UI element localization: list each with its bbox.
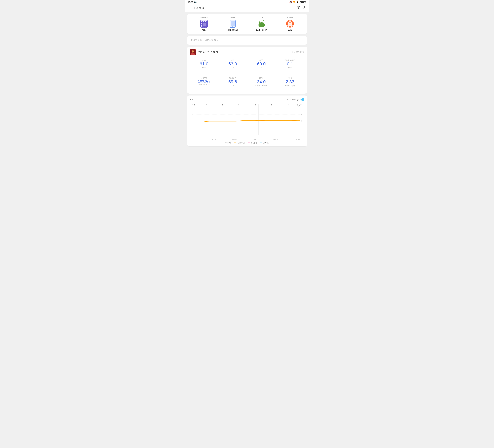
chart-legend: FPS TEMP(°C) CPU(%) GPU(%) (190, 142, 304, 144)
legend-label-temp: TEMP(°C) (237, 142, 245, 144)
svg-point-44 (206, 104, 207, 106)
chart-container: 60 30 0 45 40 35 (190, 102, 304, 137)
stat-unit-avg: FPS (259, 67, 263, 69)
status-time: 19:20 (188, 1, 193, 3)
svg-rect-29 (262, 27, 263, 27)
download-button[interactable] (303, 6, 306, 10)
note-placeholder: 未设置备注，点击此处输入 (190, 39, 219, 41)
camera-icon: 📷 (194, 1, 197, 3)
stat-5pct-low: 5% Low 59.6 FPS (218, 76, 247, 88)
stat-value-min: 53.0 (228, 61, 237, 67)
note-card[interactable]: 未设置备注，点击此处输入 (187, 36, 307, 45)
session-card: 2025-02-20 18:51:57 view:978×2118 MAX 61… (187, 47, 307, 94)
svg-point-46 (238, 104, 239, 106)
platform-label-model: Model (230, 16, 235, 19)
svg-point-43 (194, 104, 195, 106)
top-nav: ← 王者荣耀 (185, 4, 309, 12)
stat-label-avg: AVG (259, 59, 263, 61)
platform-value-platform: SUN (202, 29, 206, 32)
svg-point-33 (192, 50, 194, 53)
svg-point-50 (297, 104, 298, 106)
battery-indicator: 89 (300, 1, 306, 3)
svg-rect-27 (264, 24, 265, 26)
svg-rect-4 (206, 21, 207, 22)
page-title: 王者荣耀 (193, 6, 204, 10)
stat-unit-min: FPS (231, 67, 234, 69)
platform-value-profile: ### (288, 29, 292, 32)
svg-text:40: 40 (300, 114, 302, 115)
platform-label-os: OS (260, 16, 263, 19)
svg-point-31 (289, 23, 291, 25)
chart-card: FPS Temperature(°C) (187, 96, 307, 146)
platform-card: Platform (187, 14, 307, 34)
svg-marker-0 (297, 6, 299, 9)
svg-rect-17 (231, 21, 235, 26)
platform-item-profile: Profile ### (276, 16, 304, 32)
stat-variance-fps: VARIANCE 0.1 FPS (276, 58, 304, 70)
stat-label-min: MIN (231, 59, 235, 61)
stat-value-avg-power: 2.33 (286, 79, 295, 85)
platform-label-profile: Profile (287, 16, 293, 19)
svg-rect-7 (206, 27, 207, 28)
svg-point-45 (222, 104, 223, 106)
svg-rect-8 (201, 22, 202, 23)
x-label-0: 0 (194, 139, 195, 141)
platform-profile-icon (286, 20, 294, 28)
top-nav-right (296, 6, 306, 10)
svg-rect-13 (207, 26, 208, 26)
temp-toggle-icon[interactable] (301, 98, 304, 101)
stats-grid-2: ≥45FPS 100.0% Smoothness 5% Low 59.6 FPS… (190, 76, 304, 88)
svg-rect-26 (258, 24, 259, 26)
legend-label-gpu: GPU(%) (263, 142, 269, 144)
x-label-4: 9m48s (273, 139, 278, 141)
platform-item-platform: Platform (190, 16, 218, 32)
legend-cpu: CPU(%) (248, 142, 257, 144)
svg-rect-12 (207, 24, 208, 24)
stat-label-5pct: 5% Low (229, 77, 236, 79)
platform-info: Platform (190, 16, 304, 32)
session-header-left: 2025-02-20 18:51:57 (190, 49, 218, 55)
battery-level: 89 (304, 1, 306, 3)
stat-label-avg-power: AVG (288, 77, 292, 79)
legend-gpu: GPU(%) (260, 142, 269, 144)
session-datetime: 2025-02-20 18:51:57 (198, 51, 218, 54)
stat-avg-power: AVG 2.33 Power(W) (276, 76, 304, 88)
mute-icon: 🔇 (289, 1, 292, 3)
platform-item-os: OS (247, 16, 276, 32)
svg-rect-5 (202, 27, 203, 28)
svg-text:60: 60 (192, 103, 194, 105)
svg-point-47 (255, 104, 256, 106)
svg-point-18 (232, 26, 233, 27)
svg-point-49 (287, 104, 288, 106)
stat-max-temp: MAX 34.0 Temperature (247, 76, 276, 88)
svg-point-23 (260, 23, 261, 23)
back-button[interactable]: ← (188, 6, 191, 10)
status-right: 🔇 📶 📱 89 (289, 1, 306, 3)
stat-label-max-temp: MAX (259, 77, 263, 79)
svg-rect-11 (207, 22, 208, 23)
platform-label-platform: Platform (200, 16, 208, 19)
stat-value-smoothness: 100.0% (198, 79, 210, 84)
svg-rect-9 (201, 24, 202, 24)
x-label-2: 4m54s (232, 139, 237, 141)
stat-avg-fps: AVG 60.0 FPS (247, 58, 276, 70)
stat-value-avg: 60.0 (257, 61, 266, 67)
session-header: 2025-02-20 18:51:57 view:978×2118 (190, 49, 304, 55)
legend-dot-temp (234, 143, 236, 143)
x-label-3: 7m21s (253, 139, 257, 141)
session-view-size: view:978×2118 (291, 51, 304, 53)
legend-dot-cpu (248, 143, 250, 143)
legend-label-fps: FPS (227, 142, 231, 144)
filter-button[interactable] (296, 6, 300, 10)
legend-dot-gpu (260, 143, 262, 143)
legend-label-cpu: CPU(%) (251, 142, 257, 144)
svg-text:0: 0 (193, 133, 194, 135)
session-avatar (190, 49, 196, 55)
stat-value-5pct: 59.6 (228, 79, 237, 85)
chart-svg: 60 30 0 45 40 35 (190, 102, 304, 137)
platform-chip-icon (200, 20, 208, 28)
svg-point-48 (271, 104, 272, 106)
svg-rect-6 (204, 27, 205, 28)
stat-value-variance: 0.1 (287, 61, 293, 67)
stat-unit-5pct: FPS (231, 85, 234, 87)
